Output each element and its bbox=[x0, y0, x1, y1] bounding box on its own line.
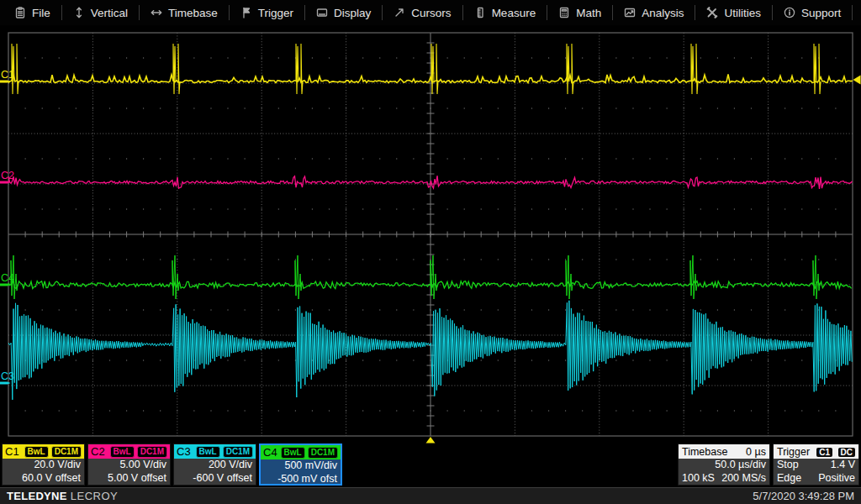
menu-trigger[interactable]: Trigger bbox=[230, 0, 304, 25]
menu-label: Support bbox=[801, 7, 841, 19]
menu-bar: File Vertical Timebase Trigger Display C… bbox=[0, 0, 861, 25]
status-bar: TELEDYNELECROY 5/7/2020 3:49:28 PM bbox=[0, 487, 861, 504]
menu-math[interactable]: Math bbox=[547, 0, 612, 25]
menu-display[interactable]: Display bbox=[305, 0, 382, 25]
trigger-descriptor[interactable]: Trigger C1 DC Stop 1.4 V Edge Positive bbox=[773, 444, 859, 486]
timebase-label: Timebase bbox=[682, 446, 727, 458]
timebase-delay: 0 µs bbox=[746, 446, 766, 458]
menu-timebase[interactable]: Timebase bbox=[140, 0, 229, 25]
flag-icon bbox=[240, 7, 252, 18]
coupling-badge: DC1M bbox=[137, 446, 167, 458]
svg-text:C2: C2 bbox=[1, 170, 14, 181]
svg-text:C3: C3 bbox=[1, 370, 14, 382]
menu-utilities[interactable]: Utilities bbox=[695, 0, 772, 25]
menu-label: Math bbox=[576, 7, 601, 19]
channel-header: C2 BwL DC1M bbox=[88, 444, 170, 459]
calculator-icon bbox=[558, 7, 570, 18]
bandwidth-limit-badge: BwL bbox=[110, 446, 135, 458]
cursor-arrow-icon bbox=[394, 7, 405, 18]
menu-separator bbox=[852, 5, 853, 20]
channel-id: C2 bbox=[91, 445, 105, 458]
bandwidth-limit-badge: BwL bbox=[281, 447, 305, 459]
trigger-label: Trigger bbox=[777, 446, 810, 458]
channel-id: C1 bbox=[5, 445, 19, 458]
timebase-rate: 200 MS/s bbox=[721, 472, 766, 486]
menu-support[interactable]: Support bbox=[773, 0, 852, 25]
menu-label: File bbox=[32, 7, 50, 19]
channel-descriptor-c3[interactable]: C3 BwL DC1M 200 V/div -600 V offset bbox=[173, 444, 256, 486]
channel-descriptor-c4[interactable]: C4 BwL DC1M 500 mV/div -500 mV ofst bbox=[259, 444, 342, 486]
trigger-header: Trigger C1 DC bbox=[774, 444, 858, 459]
menu-label: Utilities bbox=[724, 7, 761, 19]
svg-text:C4: C4 bbox=[1, 272, 14, 284]
svg-text:C1: C1 bbox=[1, 69, 14, 81]
graticule bbox=[8, 33, 853, 436]
channel-scale: 20.0 V/div bbox=[3, 459, 84, 472]
coupling-badge: DC1M bbox=[51, 446, 82, 458]
menu-measure[interactable]: Measure bbox=[463, 0, 547, 25]
menu-label: Display bbox=[334, 7, 371, 19]
menu-vertical[interactable]: Vertical bbox=[62, 0, 139, 25]
brand-logo: TELEDYNELECROY bbox=[7, 490, 118, 502]
channel-id: C4 bbox=[263, 446, 277, 459]
menu-analysis[interactable]: Analysis bbox=[613, 0, 695, 25]
trigger-coupling-badge: DC bbox=[838, 448, 855, 457]
channel-offset: -600 V offset bbox=[174, 472, 256, 486]
trigger-type: Edge bbox=[777, 472, 801, 486]
trace-c4[interactable] bbox=[8, 281, 852, 289]
timebase-header: Timebase 0 µs bbox=[679, 444, 769, 459]
timebase-samples: 100 kS bbox=[682, 472, 715, 486]
menu-file[interactable]: File bbox=[3, 0, 61, 25]
monitor-icon bbox=[316, 7, 328, 18]
trigger-time-marker[interactable] bbox=[426, 437, 436, 444]
channel-descriptor-c2[interactable]: C2 BwL DC1M 5.00 V/div 5.00 V offset bbox=[87, 444, 171, 486]
menu-cursors[interactable]: Cursors bbox=[383, 0, 462, 25]
channel-offset: -500 mV ofst bbox=[261, 473, 341, 486]
menu-label: Cursors bbox=[411, 7, 451, 19]
channel-id: C3 bbox=[177, 445, 191, 458]
channel-offset: 5.00 V offset bbox=[88, 472, 170, 486]
coupling-badge: DC1M bbox=[223, 446, 253, 458]
bandwidth-limit-badge: BwL bbox=[24, 446, 49, 458]
menu-label: Timebase bbox=[168, 7, 218, 19]
channel-header: C1 BwL DC1M bbox=[3, 444, 84, 459]
trigger-source-badge: C1 bbox=[816, 448, 832, 457]
menu-label: Trigger bbox=[258, 7, 293, 19]
menu-label: Measure bbox=[492, 7, 536, 19]
chart-line-icon bbox=[624, 7, 636, 18]
vertical-arrows-icon bbox=[73, 7, 85, 18]
trigger-slope: Positive bbox=[818, 472, 855, 486]
channel-scale: 5.00 V/div bbox=[88, 459, 170, 472]
channel-header: C3 BwL DC1M bbox=[174, 444, 256, 459]
trigger-level-marker[interactable] bbox=[853, 76, 861, 85]
clock: 5/7/2020 3:49:28 PM bbox=[753, 490, 854, 502]
channel-scale: 200 V/div bbox=[174, 459, 256, 472]
trigger-mode: Stop bbox=[777, 459, 799, 472]
timebase-scale: 50.0 µs/div bbox=[679, 459, 769, 472]
tools-icon bbox=[706, 7, 718, 18]
channel-descriptor-c1[interactable]: C1 BwL DC1M 20.0 V/div 60.0 V offset bbox=[2, 444, 85, 486]
menu-label: Analysis bbox=[642, 7, 684, 19]
ruler-icon bbox=[474, 7, 486, 18]
scope-display[interactable]: C1C2C4C3 bbox=[0, 25, 861, 444]
waveform-canvas[interactable]: C1C2C4C3 bbox=[0, 25, 861, 444]
timebase-descriptor[interactable]: Timebase 0 µs 50.0 µs/div 100 kS 200 MS/… bbox=[678, 444, 770, 486]
info-icon bbox=[784, 7, 795, 18]
trigger-level: 1.4 V bbox=[831, 459, 855, 472]
channel-offset: 60.0 V offset bbox=[3, 472, 84, 486]
clipboard-icon bbox=[14, 7, 26, 18]
channel-header: C4 BwL DC1M bbox=[261, 445, 341, 459]
coupling-badge: DC1M bbox=[308, 447, 338, 459]
channel-scale: 500 mV/div bbox=[261, 459, 341, 473]
bandwidth-limit-badge: BwL bbox=[196, 446, 220, 458]
menu-label: Vertical bbox=[91, 7, 128, 19]
horizontal-arrows-icon bbox=[151, 7, 162, 18]
